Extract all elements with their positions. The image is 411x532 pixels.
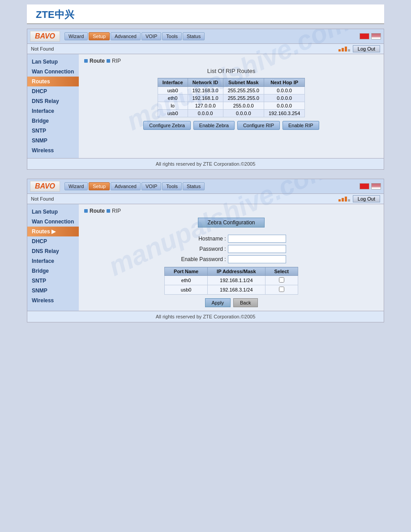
nav-setup-1[interactable]: Setup [89,32,110,40]
zebra-config-title: Zebra Configuration [198,218,264,227]
bullet-rip-2 [107,209,110,213]
subnav-route-1[interactable]: Route [90,58,105,64]
subnav-rip-2[interactable]: RIP [112,208,121,214]
enable-password-input[interactable] [228,255,286,263]
sidebar-item-routes-1[interactable]: Routes [27,77,79,86]
flag-cn-2[interactable] [360,183,369,189]
configure-rip-btn[interactable]: Configure RIP [237,121,280,130]
sidebar-item-lan-setup-1[interactable]: Lan Setup [27,57,79,67]
table-row: lo 127.0.0.0 255.0.0.0 0.0.0.0 [158,102,305,110]
apply-button[interactable]: Apply [205,298,231,307]
port-row-eth0: eth0 192.168.1.1/24 [165,276,298,285]
back-button[interactable]: Back [233,298,257,307]
nav-tools-2[interactable]: Tools [162,182,182,190]
port-table: Port Name IP Address/Mask Select eth0 19… [164,267,298,295]
cell-interface: usb0 [158,87,188,94]
nav-status-1[interactable]: Status [183,32,205,40]
nav-wizard-2[interactable]: Wizard [64,182,88,190]
footer-2: All rights reserved by ZTE Corporation.©… [27,311,384,322]
checkbox-eth0[interactable] [279,277,284,283]
sidebar-item-snmp-1[interactable]: SNMP [27,136,79,146]
signal-bar2-1 [338,199,341,202]
hostname-row: Hostname : [84,235,378,243]
sidebar-item-bridge-1[interactable]: Bridge [27,116,79,126]
signal-bars-1 [338,47,350,51]
nav-voip-1[interactable]: VOIP [141,32,161,40]
flag-us-2[interactable] [371,183,381,189]
sidebar-item-dhcp-1[interactable]: DHCP [27,86,79,96]
th-interface: Interface [158,78,188,87]
sidebar-item-wireless-1[interactable]: Wireless [27,146,79,155]
bullet-rip-1 [107,59,110,63]
zte-header: ZTE中兴 [27,4,384,24]
th-port-name: Port Name [165,267,208,276]
enable-password-row: Enable Password : [84,255,378,263]
cell-network-id: 0.0.0.0 [188,110,223,117]
port-name-eth0: eth0 [165,276,208,285]
th-ip-mask: IP Address/Mask [208,267,265,276]
enable-rip-btn[interactable]: Enable RIP [283,121,319,130]
sidebar-item-dns-relay-1[interactable]: DNS Relay [27,96,79,106]
password-input[interactable] [228,245,286,253]
cell-subnet: 0.0.0.0 [223,110,264,117]
configure-zebra-btn[interactable]: Configure Zebra [143,121,191,130]
nav-wizard-1[interactable]: Wizard [64,32,88,40]
nav-setup-2[interactable]: Setup [89,182,110,190]
nav-bar-2: BAVO Wizard Setup Advanced VOIP Tools St… [27,179,384,194]
status-bar-2: Not Found Log Out [27,194,384,204]
th-select: Select [265,267,298,276]
bullet-route-1 [84,59,88,63]
port-select-eth0[interactable] [265,276,298,285]
subnav-rip-1[interactable]: RIP [112,58,121,64]
cell-nexthop: 0.0.0.0 [264,102,304,110]
sidebar-item-sntp-2[interactable]: SNTP [27,276,79,286]
flag-cn-1[interactable] [360,33,369,39]
sidebar-item-dns-relay-2[interactable]: DNS Relay [27,246,79,256]
sidebar-item-wireless-2[interactable]: Wireless [27,296,79,305]
sidebar-item-lan-setup-2[interactable]: Lan Setup [27,207,79,217]
logout-btn-2[interactable]: Log Out [353,195,380,202]
sidebar-item-bridge-2[interactable]: Bridge [27,266,79,276]
cell-interface: usb0 [158,110,188,117]
content-area-2: Lan Setup Wan Connection Routes ▶ DHCP D… [27,204,384,311]
table-row: usb0 192.168.3.0 255.255.255.0 0.0.0.0 [158,87,305,94]
signal-bar-1 [338,49,341,51]
cell-subnet: 255.255.255.0 [223,94,264,102]
checkbox-usb0[interactable] [279,287,284,292]
sidebar-item-dhcp-2[interactable]: DHCP [27,236,79,246]
hostname-input[interactable] [228,235,286,243]
status-bar-1: Not Found Log Out [27,44,384,54]
port-name-usb0: usb0 [165,285,208,295]
zebra-config-title-wrapper: Zebra Configuration [84,218,378,232]
port-select-usb0[interactable] [265,285,298,295]
subnav-route-2[interactable]: Route [90,208,105,214]
sub-nav-2: Route RIP [84,208,378,214]
sidebar-item-sntp-1[interactable]: SNTP [27,126,79,136]
nav-tools-1[interactable]: Tools [162,32,182,40]
sidebar-item-interface-2[interactable]: Interface [27,256,79,266]
brand-logo-2: BAVO [30,181,60,192]
cell-interface: lo [158,102,188,110]
sidebar-item-wan-conn-2[interactable]: Wan Connection [27,217,79,227]
nav-status-2[interactable]: Status [183,182,205,190]
password-row: Password : [84,245,378,253]
logout-btn-1[interactable]: Log Out [353,45,380,52]
main-content-2: Route RIP Zebra Configuration Hostname :… [79,204,384,311]
nav-voip-2[interactable]: VOIP [141,182,161,190]
nav-advanced-2[interactable]: Advanced [111,182,141,190]
sidebar-item-interface-1[interactable]: Interface [27,106,79,116]
cell-subnet: 255.0.0.0 [223,102,264,110]
nav-advanced-1[interactable]: Advanced [111,32,141,40]
sidebar-item-wan-conn-1[interactable]: Wan Connection [27,67,79,77]
sidebar-1: Lan Setup Wan Connection Routes DHCP DNS… [27,54,79,158]
flag-us-1[interactable] [371,33,381,39]
signal-bar2-4 [348,199,350,202]
rip-routes-table: Interface Network ID Subnet Mask Next Ho… [158,78,305,117]
main-content-1: Route RIP List Of RIP Routes Interface N… [79,54,384,158]
bullet-route-2 [84,209,88,213]
hostname-label: Hostname : [177,236,226,242]
sidebar-item-snmp-2[interactable]: SNMP [27,286,79,296]
enable-zebra-btn[interactable]: Enable Zebra [193,121,235,130]
sidebar-item-routes-2[interactable]: Routes ▶ [27,227,79,236]
signal-bar-3 [345,47,347,51]
